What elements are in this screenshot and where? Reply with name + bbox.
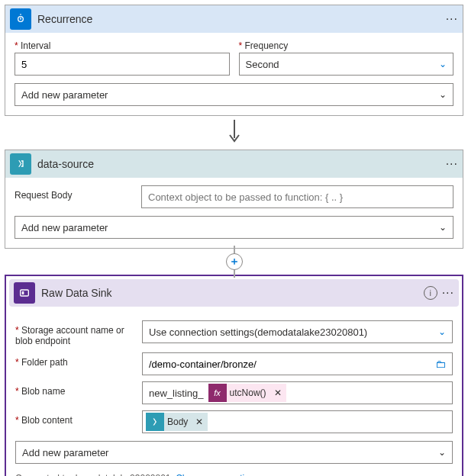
chevron-down-icon: ⌄ (438, 447, 446, 458)
rawsink-card: Raw Data Sink i ··· Storage account name… (5, 275, 463, 476)
remove-token-button[interactable]: ✕ (270, 388, 286, 398)
folder-icon[interactable]: 🗀 (435, 358, 446, 370)
rawsink-header[interactable]: Raw Data Sink i ··· (9, 279, 459, 307)
chevron-down-icon: ⌄ (439, 59, 447, 69)
datasource-card: data-source ··· Request Body Context obj… (5, 150, 463, 249)
blobname-prefix: new_listing_ (146, 388, 207, 399)
token-label: Body (167, 416, 191, 427)
add-param-label: Add new parameter (21, 89, 108, 101)
datasource-title: data-source (37, 158, 446, 170)
chevron-down-icon: ⌄ (439, 222, 447, 233)
blobname-label: Blob name (15, 381, 133, 397)
frequency-label: Frequency (239, 40, 454, 51)
chevron-down-icon: ⌄ (438, 326, 446, 337)
blob-icon (14, 282, 35, 304)
chevron-down-icon: ⌄ (439, 89, 447, 100)
expression-token[interactable]: fx utcNow() ✕ (208, 384, 286, 402)
token-label: utcNow() (230, 388, 270, 398)
frequency-value: Second (246, 59, 279, 70)
blobcontent-label: Blob content (15, 410, 133, 426)
insert-step-connector: ＋ (0, 249, 468, 275)
connection-note: Connected to demodatalake23020801. Chang… (15, 473, 453, 476)
body-token[interactable]: Body ✕ (146, 413, 208, 431)
request-body-label: Request Body (15, 185, 132, 201)
add-param-label: Add new parameter (22, 447, 108, 458)
add-param-label: Add new parameter (21, 222, 108, 233)
more-icon[interactable]: ··· (446, 157, 458, 171)
more-icon[interactable]: ··· (446, 12, 458, 26)
remove-token-button[interactable]: ✕ (191, 416, 208, 427)
blobcontent-input[interactable]: Body ✕ (142, 410, 453, 433)
timer-icon (10, 8, 31, 30)
frequency-select[interactable]: Second ⌄ (239, 53, 454, 76)
svg-rect-2 (22, 291, 24, 294)
connector-arrow (0, 116, 468, 150)
storage-select[interactable]: Use connection settings(demodatalake2302… (142, 320, 453, 343)
datasource-header[interactable]: data-source ··· (5, 150, 463, 178)
add-parameter-select[interactable]: Add new parameter ⌄ (15, 83, 453, 106)
recurrence-header[interactable]: Recurrence ··· (5, 5, 463, 33)
insert-step-button[interactable]: ＋ (226, 253, 243, 270)
svg-rect-1 (21, 290, 29, 296)
request-body-input[interactable]: Context object to be passed to function:… (141, 185, 453, 208)
recurrence-title: Recurrence (37, 13, 446, 25)
function-icon (10, 153, 31, 175)
recurrence-card: Recurrence ··· Interval Frequency Second… (5, 5, 463, 116)
info-icon[interactable]: i (424, 286, 437, 300)
folder-label: Folder path (15, 352, 133, 368)
interval-label: Interval (15, 40, 230, 51)
interval-input[interactable] (15, 53, 230, 76)
add-parameter-select[interactable]: Add new parameter ⌄ (15, 216, 453, 239)
more-icon[interactable]: ··· (442, 286, 454, 300)
blobname-input[interactable]: new_listing_ fx utcNow() ✕ (142, 381, 453, 404)
fx-icon: fx (208, 384, 227, 402)
function-icon (146, 413, 164, 431)
storage-label: Storage account name or blob endpoint (15, 320, 133, 346)
request-body-placeholder: Context object to be passed to function:… (148, 191, 343, 203)
storage-value: Use connection settings(demodatalake2302… (149, 326, 367, 338)
add-parameter-select[interactable]: Add new parameter ⌄ (15, 441, 453, 464)
rawsink-title: Raw Data Sink (41, 287, 424, 299)
change-connection-link[interactable]: Change connection. (176, 473, 257, 476)
folder-input[interactable]: 🗀 (142, 352, 453, 375)
